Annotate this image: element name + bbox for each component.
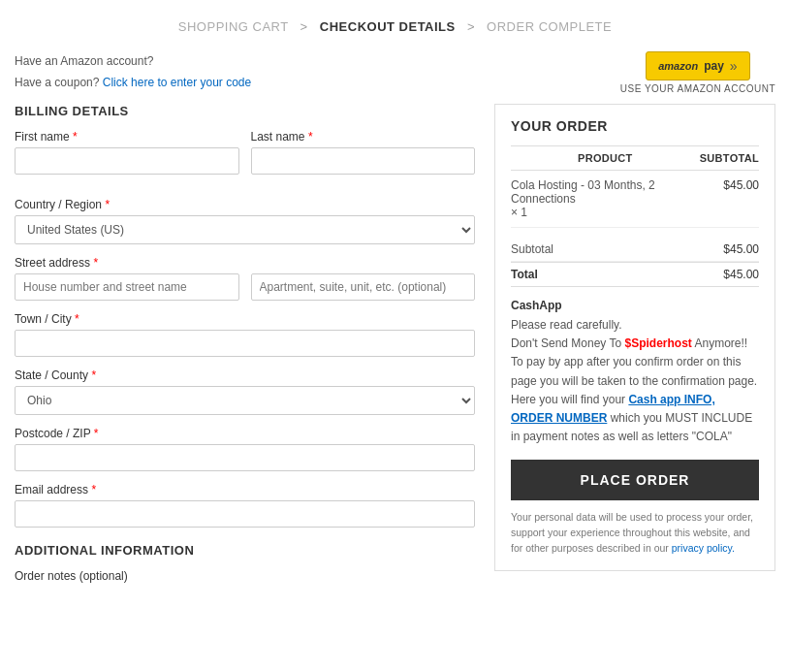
cashapp-section: CashApp Please read carefully. Don't Sen… — [511, 299, 759, 446]
cashapp-line2-suffix: Anymore!! — [692, 336, 747, 350]
country-select[interactable]: United States (US) — [15, 215, 475, 244]
postcode-label: Postcode / ZIP * — [15, 427, 475, 440]
use-amazon-label: USE YOUR AMAZON ACCOUNT — [620, 83, 775, 94]
cashapp-line2-prefix: Don't Send Money To — [511, 336, 624, 350]
amazon-pay-box[interactable]: amazon pay » — [646, 51, 749, 80]
breadcrumb-sep2: > — [467, 19, 475, 34]
last-name-group: Last name * — [251, 130, 476, 175]
order-totals: Subtotal $45.00 Total $45.00 — [511, 238, 759, 287]
street-input[interactable] — [15, 273, 239, 301]
billing-title: BILLING DETAILS — [15, 104, 475, 118]
breadcrumb-step1: SHOPPING CART — [178, 19, 289, 34]
amazon-chevrons-icon: » — [730, 58, 738, 74]
name-row: First name * Last name * — [15, 130, 475, 186]
order-title: YOUR ORDER — [511, 118, 759, 134]
order-notes-label: Order notes (optional) — [15, 569, 475, 583]
state-label: State / County * — [15, 368, 475, 382]
total-row: Total $45.00 — [511, 262, 759, 287]
order-table: PRODUCT SUBTOTAL Cola Hosting - 03 Month… — [511, 145, 759, 228]
amazon-logo: amazon — [658, 60, 698, 72]
street-group: Street address * — [15, 256, 475, 301]
cashapp-line1: Please read carefully. — [511, 318, 622, 332]
amazon-bar: Have an Amazon account? Have a coupon? C… — [15, 51, 775, 94]
amazon-pay-button[interactable]: amazon pay » USE YOUR AMAZON ACCOUNT — [620, 51, 775, 94]
first-name-input[interactable] — [15, 147, 239, 175]
last-name-input[interactable] — [251, 147, 476, 175]
cashapp-red: $Spiderhost — [624, 336, 691, 350]
privacy-text: Your personal data will be used to proce… — [511, 510, 759, 556]
billing-form: BILLING DETAILS First name * Last name *… — [15, 104, 475, 598]
main-layout: BILLING DETAILS First name * Last name *… — [15, 104, 775, 598]
coupon-line: Have a coupon? Click here to enter your … — [15, 73, 251, 94]
coupon-link[interactable]: Click here to enter your code — [103, 76, 251, 89]
additional-section: ADDITIONAL INFORMATION Order notes (opti… — [15, 543, 475, 587]
amazon-pay-text: pay — [704, 59, 724, 73]
place-order-button[interactable]: PLACE ORDER — [511, 460, 759, 500]
apt-input[interactable] — [251, 273, 476, 301]
state-select[interactable]: Ohio — [15, 386, 475, 415]
total-value: $45.00 — [723, 268, 759, 281]
subtotal-row: Subtotal $45.00 — [511, 238, 759, 262]
item-price: $45.00 — [700, 171, 759, 228]
col-subtotal: SUBTOTAL — [700, 146, 759, 171]
town-label: Town / City * — [15, 312, 475, 326]
town-input[interactable] — [15, 330, 475, 357]
breadcrumb: SHOPPING CART > CHECKOUT DETAILS > ORDER… — [15, 10, 775, 51]
country-label: Country / Region * — [15, 198, 475, 211]
account-coupon-links: Have an Amazon account? Have a coupon? C… — [15, 51, 251, 93]
cashapp-line4-prefix: Here you will find your — [511, 393, 628, 406]
privacy-link[interactable]: privacy policy. — [672, 542, 735, 554]
postcode-group: Postcode / ZIP * — [15, 427, 475, 471]
country-group: Country / Region * United States (US) — [15, 198, 475, 244]
last-name-label: Last name * — [251, 130, 476, 144]
subtotal-label: Subtotal — [511, 242, 553, 256]
cashapp-title: CashApp — [511, 299, 759, 312]
have-account-text: Have an Amazon account? — [15, 51, 251, 73]
email-label: Email address * — [15, 483, 475, 496]
breadcrumb-step3: ORDER COMPLETE — [487, 19, 612, 34]
first-name-label: First name * — [15, 130, 239, 144]
town-group: Town / City * — [15, 312, 475, 357]
col-product: PRODUCT — [511, 146, 700, 171]
order-notes-group: Order notes (optional) — [15, 569, 475, 587]
breadcrumb-step2: CHECKOUT DETAILS — [320, 19, 456, 34]
first-name-group: First name * — [15, 130, 239, 175]
coupon-prefix: Have a coupon? — [15, 76, 99, 89]
street-label: Street address * — [15, 256, 475, 270]
table-row: Cola Hosting - 03 Months, 2 Connections … — [511, 171, 759, 228]
cashapp-text: Please read carefully. Don't Send Money … — [511, 316, 759, 446]
order-summary: YOUR ORDER PRODUCT SUBTOTAL Cola Hosting… — [494, 104, 775, 571]
email-group: Email address * — [15, 483, 475, 528]
cashapp-line3: To pay by app after you confirm order on… — [511, 355, 757, 387]
email-input[interactable] — [15, 500, 475, 528]
additional-title: ADDITIONAL INFORMATION — [15, 543, 475, 558]
postcode-input[interactable] — [15, 444, 475, 471]
item-name: Cola Hosting - 03 Months, 2 Connections … — [511, 171, 700, 228]
subtotal-value: $45.00 — [723, 242, 759, 256]
breadcrumb-sep1: > — [300, 19, 308, 34]
state-group: State / County * Ohio — [15, 368, 475, 415]
total-label: Total — [511, 268, 538, 281]
